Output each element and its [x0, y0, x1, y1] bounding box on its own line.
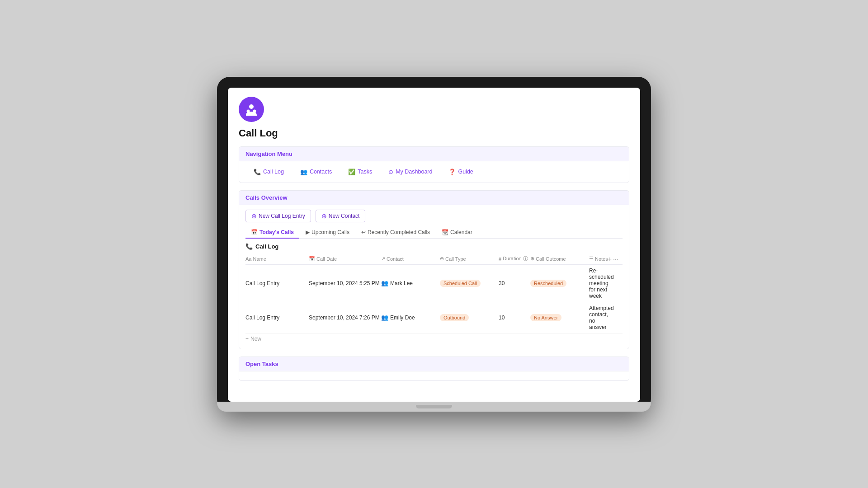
col-header-duration: # Duration ⓘ: [499, 255, 530, 263]
phone-icon: 📞: [254, 169, 261, 175]
row2-call-date: September 10, 2024 7:26 PM: [309, 314, 381, 321]
row1-outcome: Rescheduled: [530, 280, 589, 287]
call-log-phone-icon: 📞: [245, 243, 253, 250]
new-call-log-entry-button[interactable]: ⊕ New Call Log Entry: [245, 210, 311, 222]
new-row-plus-icon: +: [245, 336, 249, 342]
row2-contact: Emily Doe: [390, 314, 415, 321]
nav-row: 📞 Call Log 👥 Contacts ✅ Tasks ⊙ My Dashb…: [245, 166, 623, 178]
app-logo: [239, 97, 264, 122]
col-icon-duration: #: [499, 256, 501, 262]
nav-label-tasks: Tasks: [358, 169, 372, 175]
calls-overview-header: Calls Overview: [239, 191, 629, 205]
nav-item-call-log[interactable]: 📞 Call Log: [245, 166, 292, 178]
actions-row: ⊕ New Call Log Entry ⊕ New Contact: [245, 210, 623, 222]
new-row-label: New: [250, 336, 261, 342]
tabs-row: 📅 Today's Calls ▶ Upcoming Calls ↩ Recen…: [245, 227, 623, 239]
col-icon-date: 📅: [309, 256, 315, 262]
col-header-actions: + ···: [608, 255, 626, 263]
nav-label-dashboard: My Dashboard: [396, 169, 432, 175]
contacts-icon: 👥: [300, 169, 307, 175]
col-icon-contact: ↗: [381, 256, 385, 262]
nav-item-guide[interactable]: ❓ Guide: [440, 166, 481, 178]
new-row-button[interactable]: + New: [245, 333, 623, 344]
col-header-outcome: ⊕ Call Outcome: [530, 255, 589, 263]
add-col-icon[interactable]: +: [608, 255, 612, 263]
tab-upcoming-calls[interactable]: ▶ Upcoming Calls: [300, 227, 355, 239]
tab-completed-label: Recently Completed Calls: [368, 229, 430, 235]
row1-call-date: September 10, 2024 5:25 PM: [309, 280, 381, 286]
row1-notes: Re-scheduled meeting for next week: [589, 267, 614, 299]
contact-icon-2: 👥: [381, 314, 388, 321]
tab-calendar-icon: 📆: [442, 229, 448, 235]
new-contact-label: New Contact: [329, 213, 360, 219]
row1-duration: 30: [499, 280, 530, 286]
col-header-notes: ☰ Notes: [589, 255, 608, 263]
col-icon-name: Aa: [245, 256, 251, 262]
nav-body: 📞 Call Log 👥 Contacts ✅ Tasks ⊙ My Dashb…: [239, 161, 629, 183]
nav-label-contacts: Contacts: [310, 169, 332, 175]
tab-upcoming-icon: ▶: [306, 229, 310, 235]
row1-contact: Mark Lee: [390, 280, 413, 286]
row2-name: Call Log Entry: [245, 314, 309, 321]
plus-icon-2: ⊕: [321, 212, 327, 220]
row1-outcome-badge: Rescheduled: [530, 280, 566, 287]
nav-header: Navigation Menu: [239, 147, 629, 161]
nav-item-contacts[interactable]: 👥 Contacts: [292, 166, 340, 178]
col-icon-notes: ☰: [589, 256, 594, 262]
row1-call-type: Scheduled Call: [440, 280, 499, 287]
row2-outcome-badge: No Answer: [530, 314, 561, 321]
nav-label-guide: Guide: [458, 169, 473, 175]
tab-today-label: Today's Calls: [259, 229, 294, 235]
row1-call-type-badge: Scheduled Call: [440, 280, 481, 287]
new-contact-button[interactable]: ⊕ New Contact: [316, 210, 366, 222]
row2-outcome: No Answer: [530, 314, 589, 321]
calls-overview-body: ⊕ New Call Log Entry ⊕ New Contact 📅 Tod…: [239, 205, 629, 349]
new-call-log-label: New Call Log Entry: [259, 213, 305, 219]
page-title: Call Log: [239, 127, 629, 139]
col-icon-call-type: ⊕: [440, 256, 444, 262]
row2-contact-cell: 👥 Emily Doe: [381, 314, 440, 321]
row1-contact-cell: 👥 Mark Lee: [381, 280, 440, 286]
table-header-actions: + ···: [608, 255, 618, 263]
col-header-contact: ↗ Contact: [381, 255, 440, 263]
svg-point-0: [249, 104, 254, 109]
col-header-call-date: 📅 Call Date: [309, 255, 381, 263]
tab-calendar-label: Calendar: [450, 229, 472, 235]
call-log-table: Aa Name 📅 Call Date ↗ Contact ⊕: [245, 253, 623, 344]
tab-today-icon: 📅: [251, 229, 258, 235]
nav-item-dashboard[interactable]: ⊙ My Dashboard: [380, 166, 440, 178]
more-options-icon[interactable]: ···: [613, 255, 618, 263]
nav-item-tasks[interactable]: ✅ Tasks: [340, 166, 380, 178]
open-tasks-body: [239, 371, 629, 380]
contact-icon-1: 👥: [381, 280, 388, 286]
table-row[interactable]: Call Log Entry September 10, 2024 7:26 P…: [245, 302, 623, 333]
call-log-title: 📞 Call Log: [245, 243, 623, 250]
table-row[interactable]: Call Log Entry September 10, 2024 5:25 P…: [245, 265, 623, 302]
calls-overview-section: Calls Overview ⊕ New Call Log Entry ⊕ Ne…: [239, 190, 629, 349]
row2-notes: Attempted contact, no answer: [589, 305, 614, 330]
row2-call-type-badge: Outbound: [440, 314, 469, 321]
plus-icon-1: ⊕: [251, 212, 257, 220]
col-icon-outcome: ⊕: [530, 256, 534, 262]
row1-name: Call Log Entry: [245, 280, 309, 286]
row2-call-type: Outbound: [440, 314, 499, 321]
nav-section: Navigation Menu 📞 Call Log 👥 Contacts ✅ …: [239, 146, 629, 183]
tab-recently-completed[interactable]: ↩ Recently Completed Calls: [356, 227, 435, 239]
tab-today-calls[interactable]: 📅 Today's Calls: [245, 227, 299, 239]
tab-calendar[interactable]: 📆 Calendar: [436, 227, 478, 239]
tab-completed-icon: ↩: [361, 229, 366, 235]
open-tasks-section: Open Tasks: [239, 357, 629, 381]
col-header-call-type: ⊕ Call Type: [440, 255, 499, 263]
open-tasks-header: Open Tasks: [239, 357, 629, 371]
dashboard-icon: ⊙: [388, 169, 393, 175]
guide-icon: ❓: [448, 169, 456, 175]
tasks-icon: ✅: [348, 169, 355, 175]
nav-label-call-log: Call Log: [263, 169, 284, 175]
row2-duration: 10: [499, 314, 530, 321]
table-header: Aa Name 📅 Call Date ↗ Contact ⊕: [245, 253, 623, 265]
col-header-name: Aa Name: [245, 255, 309, 263]
tab-upcoming-label: Upcoming Calls: [311, 229, 349, 235]
